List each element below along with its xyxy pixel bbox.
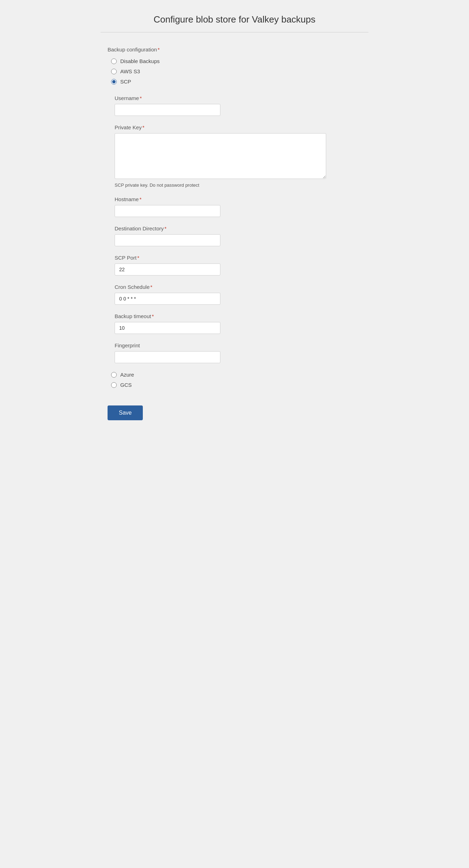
backup-timeout-field-group: Backup timeout* — [115, 313, 361, 334]
private-key-required-star: * — [142, 124, 145, 130]
radio-aws-s3[interactable] — [111, 69, 117, 74]
save-button[interactable]: Save — [108, 405, 143, 420]
radio-item-scp[interactable]: SCP — [111, 79, 361, 85]
private-key-input[interactable] — [115, 133, 326, 179]
radio-item-azure[interactable]: Azure — [111, 372, 361, 378]
private-key-field-group: Private Key* SCP private key. Do not pas… — [115, 124, 361, 188]
radio-label-disable-backups: Disable Backups — [120, 58, 160, 64]
page-container: Configure blob store for Valkey backups … — [93, 0, 376, 868]
radio-gcs[interactable] — [111, 382, 117, 388]
hostname-label: Hostname* — [115, 196, 361, 202]
backup-config-section: Backup configuration* Disable Backups AW… — [108, 46, 361, 85]
radio-label-azure: Azure — [120, 372, 134, 378]
radio-label-scp: SCP — [120, 79, 131, 85]
backup-config-label: Backup configuration* — [108, 46, 361, 52]
cron-schedule-required-star: * — [150, 284, 152, 290]
private-key-hint: SCP private key. Do not password protect — [115, 182, 361, 188]
destination-directory-field-group: Destination Directory* — [115, 225, 361, 246]
radio-item-gcs[interactable]: GCS — [111, 382, 361, 388]
hostname-input[interactable] — [115, 205, 220, 217]
hostname-field-group: Hostname* — [115, 196, 361, 217]
page-title: Configure blob store for Valkey backups — [100, 14, 368, 25]
username-input[interactable] — [115, 104, 220, 116]
backup-timeout-required-star: * — [152, 313, 154, 319]
radio-label-gcs: GCS — [120, 382, 132, 388]
destination-directory-input[interactable] — [115, 234, 220, 246]
required-star: * — [158, 46, 160, 52]
radio-azure[interactable] — [111, 372, 117, 378]
scp-port-input[interactable] — [115, 264, 220, 275]
private-key-label: Private Key* — [115, 124, 361, 130]
username-field-group: Username* — [115, 95, 361, 116]
scp-port-label: SCP Port* — [115, 255, 361, 261]
backup-timeout-label: Backup timeout* — [115, 313, 361, 319]
backup-radio-group: Disable Backups AWS S3 SCP — [111, 58, 361, 85]
radio-disable-backups[interactable] — [111, 58, 117, 64]
scp-port-field-group: SCP Port* — [115, 255, 361, 275]
fingerprint-field-group: Fingerprint — [115, 342, 361, 363]
destination-directory-label: Destination Directory* — [115, 225, 361, 231]
divider — [100, 32, 368, 32]
radio-scp[interactable] — [111, 79, 117, 85]
username-required-star: * — [140, 95, 142, 101]
radio-item-aws-s3[interactable]: AWS S3 — [111, 68, 361, 74]
fingerprint-input[interactable] — [115, 351, 220, 363]
cron-schedule-input[interactable] — [115, 293, 220, 305]
extra-radio-group: Azure GCS — [111, 372, 361, 388]
radio-item-disable-backups[interactable]: Disable Backups — [111, 58, 361, 64]
cron-schedule-label: Cron Schedule* — [115, 284, 361, 290]
form-container: Backup configuration* Disable Backups AW… — [100, 46, 368, 420]
hostname-required-star: * — [139, 196, 141, 202]
backup-timeout-input[interactable] — [115, 322, 220, 334]
fingerprint-label: Fingerprint — [115, 342, 361, 348]
radio-label-aws-s3: AWS S3 — [120, 68, 140, 74]
scp-port-required-star: * — [137, 255, 139, 261]
scp-fields: Username* Private Key* SCP private key. … — [115, 95, 361, 363]
username-label: Username* — [115, 95, 361, 101]
destination-directory-required-star: * — [164, 225, 166, 231]
cron-schedule-field-group: Cron Schedule* — [115, 284, 361, 305]
